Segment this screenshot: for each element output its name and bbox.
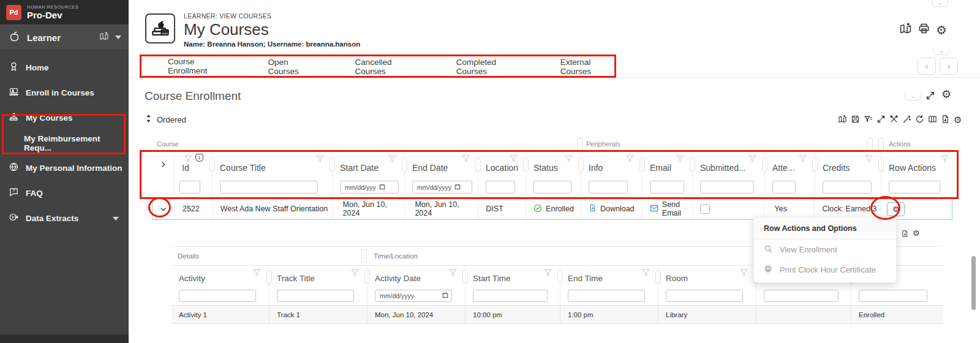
- filter-icon[interactable]: [449, 269, 457, 278]
- next-button[interactable]: ›: [940, 58, 958, 75]
- location-filter-input[interactable]: [486, 181, 515, 194]
- subcolumn-header-activity-date[interactable]: Activity Date ⋮: [368, 266, 466, 287]
- sidebar-item-my-personal-information[interactable]: My Personal Information: [0, 156, 129, 181]
- drag-handle[interactable]: ⋮: [266, 270, 272, 284]
- column-header-start-date[interactable]: Start Date ⋮: [333, 151, 405, 178]
- submitted-checkbox[interactable]: [700, 204, 710, 214]
- drag-handle[interactable]: ⋮: [762, 158, 767, 172]
- column-header-row-actions[interactable]: Row Actions: [881, 151, 952, 178]
- collapse-header-button[interactable]: ⌄: [932, 0, 948, 7]
- menu-item-view-enrollment[interactable]: View Enrollment: [754, 239, 896, 260]
- settings-icon[interactable]: ⚙: [936, 24, 947, 36]
- filter-icon[interactable]: [642, 269, 650, 278]
- subcolumn-header-room[interactable]: Room ⋮: [658, 266, 756, 287]
- cell-info-download[interactable]: Download: [581, 198, 643, 219]
- info-filter-input[interactable]: [589, 181, 628, 194]
- collapse-row-button[interactable]: [153, 198, 175, 219]
- filter-icon[interactable]: [351, 269, 359, 278]
- chevron-down-icon[interactable]: [115, 36, 121, 39]
- collapse-section-button[interactable]: ⌄: [905, 92, 921, 100]
- settings-icon[interactable]: ⚙: [941, 89, 951, 100]
- calendar-icon[interactable]: [379, 184, 385, 191]
- drag-handle[interactable]: ⋮: [577, 138, 582, 151]
- subcolumn-header-activity[interactable]: Activity ⋮: [172, 266, 270, 287]
- expand-icon[interactable]: [876, 115, 886, 126]
- sidebar-item-enroll-in-courses[interactable]: Enroll in Courses: [0, 80, 129, 105]
- filter-icon[interactable]: [941, 154, 949, 164]
- drag-handle[interactable]: ⋮: [364, 270, 370, 284]
- save-icon[interactable]: [851, 115, 860, 126]
- export-icon[interactable]: [941, 115, 950, 126]
- drag-handle[interactable]: ⋮: [523, 158, 529, 172]
- settings-icon[interactable]: ⚙: [913, 229, 920, 240]
- filter-icon[interactable]: [510, 154, 518, 164]
- column-header-status[interactable]: Status ⋮: [526, 151, 581, 178]
- start-date-filter-input[interactable]: mm/dd/yyy: [340, 181, 399, 194]
- tools-icon[interactable]: [889, 115, 899, 126]
- drag-handle[interactable]: ⋮: [462, 270, 468, 284]
- chevron-down-icon[interactable]: [113, 217, 119, 221]
- subcolumn-header-track-title[interactable]: Track Title ⋮: [270, 266, 368, 287]
- activity-filter-input[interactable]: [179, 290, 256, 302]
- drag-handle[interactable]: ⋮: [639, 158, 645, 172]
- drag-handle[interactable]: ⋮: [812, 158, 818, 172]
- status-filter-input[interactable]: [533, 181, 571, 194]
- drag-handle[interactable]: ⋮: [578, 158, 584, 172]
- cell-send-email[interactable]: Send Email: [643, 198, 693, 219]
- email-filter-input[interactable]: [650, 181, 684, 194]
- activity-date-filter-input[interactable]: mm/dd/yyyy: [375, 290, 452, 302]
- columns-icon[interactable]: [928, 115, 937, 126]
- sub-location-filter-input[interactable]: [764, 290, 839, 302]
- course-title-filter-input[interactable]: [220, 181, 318, 194]
- prev-button[interactable]: ‹: [918, 58, 936, 75]
- drag-handle[interactable]: ⋮: [878, 138, 884, 151]
- drag-handle[interactable]: ⋮: [878, 158, 884, 172]
- sub-status-filter-input[interactable]: [859, 290, 927, 302]
- subcolumn-header-start-time[interactable]: Start Time ⋮: [466, 266, 560, 287]
- subcolumn-header-end-time[interactable]: End Time ⋮: [560, 266, 658, 287]
- drag-handle[interactable]: ⋮: [867, 138, 873, 151]
- filter-icon[interactable]: [184, 154, 192, 164]
- filter-icon[interactable]: [676, 154, 684, 164]
- filter-list-icon[interactable]: [864, 115, 873, 126]
- role-switcher[interactable]: Learner: [0, 24, 129, 50]
- drag-handle[interactable]: ⋮: [402, 158, 407, 172]
- room-filter-input[interactable]: [666, 290, 743, 302]
- end-time-filter-input[interactable]: [568, 290, 645, 302]
- sidebar-item-faq[interactable]: ? FAQ: [0, 181, 129, 206]
- drag-handle[interactable]: ⋮: [475, 158, 481, 172]
- filter-icon[interactable]: [748, 154, 756, 164]
- drag-handle[interactable]: ⋮: [690, 158, 695, 172]
- track-title-filter-input[interactable]: [277, 290, 354, 302]
- tab-open-courses[interactable]: Open Courses: [266, 55, 315, 78]
- filter-icon[interactable]: [740, 269, 748, 278]
- print-icon[interactable]: [918, 22, 930, 37]
- drag-handle[interactable]: ⋮: [330, 158, 335, 172]
- filter-icon[interactable]: [626, 154, 634, 164]
- export-icon[interactable]: [901, 229, 909, 240]
- guide-icon[interactable]: [99, 31, 109, 43]
- filter-icon[interactable]: [253, 269, 261, 278]
- expand-all-button[interactable]: [152, 151, 175, 178]
- settings-icon[interactable]: ⚙: [954, 116, 962, 125]
- column-header-attended[interactable]: Atte... ⋮: [765, 151, 815, 178]
- table-row[interactable]: Activity 1 Track 1 Mon, Jun 10, 2024 10:…: [172, 305, 943, 324]
- expand-icon[interactable]: [925, 91, 935, 103]
- calendar-icon[interactable]: [454, 184, 461, 191]
- vertical-scrollbar[interactable]: [971, 256, 976, 310]
- tab-external-courses[interactable]: External Courses: [559, 55, 616, 78]
- column-header-info[interactable]: Info ⋮: [581, 151, 643, 178]
- filter-icon[interactable]: [565, 154, 573, 164]
- column-header-email[interactable]: Email ⋮: [643, 151, 693, 178]
- attended-filter-input[interactable]: [772, 181, 796, 194]
- start-time-filter-input[interactable]: [473, 290, 548, 302]
- tab-completed-courses[interactable]: Completed Courses: [455, 55, 521, 78]
- filter-icon[interactable]: [388, 154, 396, 164]
- guide-icon[interactable]: [838, 115, 847, 126]
- column-header-course-title[interactable]: Course Title ⋮: [213, 151, 333, 178]
- menu-item-print-clock-hour-certificate[interactable]: Print Clock Hour Certificate: [754, 260, 896, 282]
- filter-icon[interactable]: [799, 154, 807, 164]
- column-header-end-date[interactable]: End Date ⋮: [405, 151, 478, 178]
- submitted-filter-input[interactable]: [700, 181, 754, 194]
- drag-handle[interactable]: ⋮: [557, 270, 563, 284]
